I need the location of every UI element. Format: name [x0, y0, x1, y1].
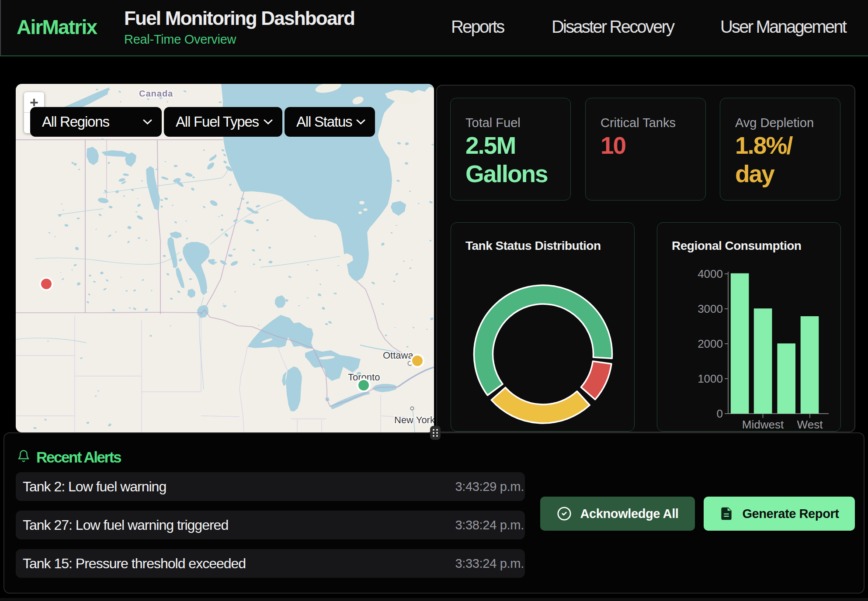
- svg-text:Midwest: Midwest: [742, 418, 784, 431]
- svg-text:West: West: [797, 418, 823, 431]
- svg-text:1000: 1000: [698, 372, 723, 385]
- svg-text:New York: New York: [394, 414, 434, 425]
- svg-text:3000: 3000: [698, 302, 723, 315]
- svg-text:2000: 2000: [698, 337, 723, 350]
- svg-text:4000: 4000: [698, 267, 723, 280]
- svg-text:0: 0: [717, 407, 723, 420]
- svg-text:Ottawa: Ottawa: [383, 350, 413, 361]
- svg-text:Canada: Canada: [139, 89, 173, 98]
